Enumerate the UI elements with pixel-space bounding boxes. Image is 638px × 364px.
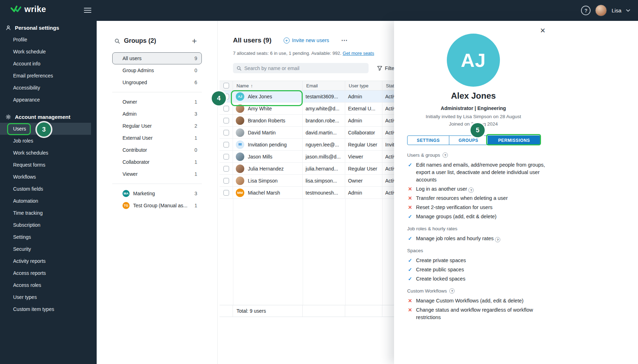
sidebar-item-job-roles[interactable]: Job roles — [0, 135, 97, 147]
sidebar-item-users[interactable]: Users — [0, 123, 91, 135]
chevron-down-icon[interactable] — [626, 9, 630, 12]
row-checkbox[interactable] — [223, 154, 229, 160]
search-icon[interactable] — [114, 38, 120, 44]
row-checkbox[interactable] — [223, 142, 229, 148]
sidebar-item-request-forms[interactable]: Request forms — [0, 159, 97, 171]
user-type-cell: Admin — [345, 187, 382, 198]
row-checkbox-cell — [220, 103, 233, 114]
details-header: AJ Alex Jones Administrator | Engineerin… — [394, 21, 553, 128]
row-checkbox[interactable] — [223, 94, 229, 99]
sidebar-item-custom-fields[interactable]: Custom fields — [0, 183, 97, 195]
row-checkbox[interactable] — [223, 190, 229, 196]
sidebar-item-appearance[interactable]: Appearance — [0, 94, 97, 106]
user-name[interactable]: Lisa — [611, 7, 621, 13]
sidebar-item-custom-item-types[interactable]: Custom item types — [0, 303, 97, 315]
column-header-usertype[interactable]: User type — [345, 81, 382, 90]
row-checkbox[interactable] — [223, 178, 229, 184]
sidebar-section-label: Account management — [15, 114, 70, 120]
group-item-group-admins[interactable]: Group Admins0 — [112, 64, 202, 76]
column-header-name[interactable]: Name ↑ — [233, 81, 303, 90]
permission-section-text: Spaces — [407, 248, 423, 253]
add-group-icon[interactable]: + — [192, 37, 197, 45]
sidebar-item-account-info[interactable]: Account info — [0, 58, 97, 70]
sidebar-item-workflows[interactable]: Workflows — [0, 171, 97, 183]
user-avatar[interactable] — [595, 5, 607, 16]
user-row-name: Miachel Marsh — [248, 190, 280, 196]
sidebar-item-user-types[interactable]: User types — [0, 291, 97, 303]
sidebar-item-settings[interactable]: Settings — [0, 231, 97, 243]
sidebar-item-automation[interactable]: Automation — [0, 195, 97, 207]
sidebar-item-work-schedule[interactable]: Work schedule — [0, 46, 97, 58]
user-email-cell: david.martin... — [303, 127, 345, 138]
wrike-logo-icon — [11, 5, 21, 14]
sidebar-item-activity-reports[interactable]: Activity reports — [0, 255, 97, 267]
user-row-name: Lisa Simpson — [248, 178, 278, 184]
row-checkbox-cell — [220, 115, 233, 126]
check-icon: ✓ — [407, 213, 413, 220]
help-icon[interactable]: ? — [443, 152, 448, 158]
group-item-external-user[interactable]: External User1 — [112, 132, 202, 144]
help-icon[interactable]: ? — [581, 6, 591, 15]
topbar: wrike ? Lisa — [0, 0, 638, 21]
row-checkbox[interactable] — [223, 106, 229, 111]
sidebar-item-access-roles[interactable]: Access roles — [0, 279, 97, 291]
sidebar-item-profile[interactable]: Profile — [0, 34, 97, 46]
tab-groups[interactable]: GROUPS — [449, 136, 487, 145]
group-item-regular-user[interactable]: Regular User2 — [112, 120, 202, 132]
sidebar-item-access-reports[interactable]: Access reports — [0, 267, 97, 279]
permission-item: ✓Edit names and emails, add/remove peopl… — [407, 161, 547, 184]
sidebar-item-subscription[interactable]: Subscription — [0, 219, 97, 231]
user-type-cell: Regular User — [345, 163, 382, 174]
wrike-logo[interactable]: wrike — [11, 5, 46, 14]
footer-check-cell — [220, 305, 233, 317]
permission-item: ✕Change status and workflow regardless o… — [407, 306, 547, 321]
row-checkbox[interactable] — [223, 118, 229, 123]
tab-settings[interactable]: SETTINGS — [408, 136, 449, 145]
overflow-menu-icon[interactable]: ⋯ — [341, 36, 348, 44]
group-item-all-users[interactable]: All users9 — [112, 52, 202, 64]
help-icon[interactable]: ? — [495, 237, 500, 242]
group-item-viewer[interactable]: Viewer1 — [112, 168, 202, 180]
search-input[interactable] — [244, 65, 365, 71]
group-item-ungrouped[interactable]: Ungrouped6 — [112, 76, 202, 88]
menu-icon[interactable] — [84, 8, 91, 14]
group-item-marketing[interactable]: MAMarketing3 — [112, 187, 202, 200]
users-header: All users (9) + Invite new users ⋯ — [233, 36, 348, 44]
sidebar-item-security[interactable]: Security — [0, 243, 97, 255]
group-item-contributor[interactable]: Contributor0 — [112, 144, 202, 156]
help-icon[interactable]: ? — [468, 187, 474, 193]
invite-new-users-button[interactable]: + Invite new users — [284, 37, 329, 44]
sidebar-item-work-schedules[interactable]: Work schedules — [0, 147, 97, 159]
filter-button[interactable]: Filter — [377, 63, 396, 73]
sidebar-item-time-tracking[interactable]: Time tracking — [0, 207, 97, 219]
user-email-cell: nguyen.lee@... — [303, 139, 345, 150]
permission-text: Manage job roles and hourly rates ? — [416, 235, 500, 242]
user-email-cell: julia.hernand... — [303, 163, 345, 174]
group-item-admin[interactable]: Admin3 — [112, 108, 202, 120]
tab-permissions[interactable]: PERMISSIONS — [488, 136, 540, 145]
sidebar-item-accessibility[interactable]: Accessibility — [0, 82, 97, 94]
permissions-content: Users & groups?✓Edit names and emails, a… — [407, 152, 547, 323]
get-more-seats-link[interactable]: Get more seats — [343, 51, 374, 56]
column-header-email[interactable]: Email — [303, 81, 345, 90]
group-item-owner[interactable]: Owner1 — [112, 96, 202, 108]
sidebar-item-email-preferences[interactable]: Email preferences — [0, 70, 97, 82]
group-item-collaborator[interactable]: Collaborator1 — [112, 156, 202, 168]
group-item-test-group-manual-as[interactable]: TGTest Group (Manual as...1 — [112, 200, 202, 212]
help-icon[interactable]: ? — [449, 288, 455, 294]
user-name-cell: David Martin — [233, 127, 303, 138]
groups-list: All users9Group Admins0Ungrouped6Owner1A… — [112, 52, 202, 212]
select-all-cell — [220, 81, 233, 90]
permission-section-text: Users & groups — [407, 152, 440, 158]
check-icon: ✓ — [407, 257, 413, 264]
groups-header: Groups (2) + — [114, 37, 197, 45]
row-checkbox[interactable] — [223, 166, 229, 172]
groups-title: Groups (2) — [124, 37, 188, 45]
user-type-cell: Collaborator — [345, 127, 382, 138]
select-all-checkbox[interactable] — [223, 83, 229, 88]
row-checkbox[interactable] — [223, 130, 229, 135]
row-checkbox-cell — [220, 151, 233, 162]
group-count: 1 — [194, 159, 197, 165]
cross-icon: ✕ — [407, 185, 413, 193]
user-name-cell: Amy White — [233, 103, 303, 114]
